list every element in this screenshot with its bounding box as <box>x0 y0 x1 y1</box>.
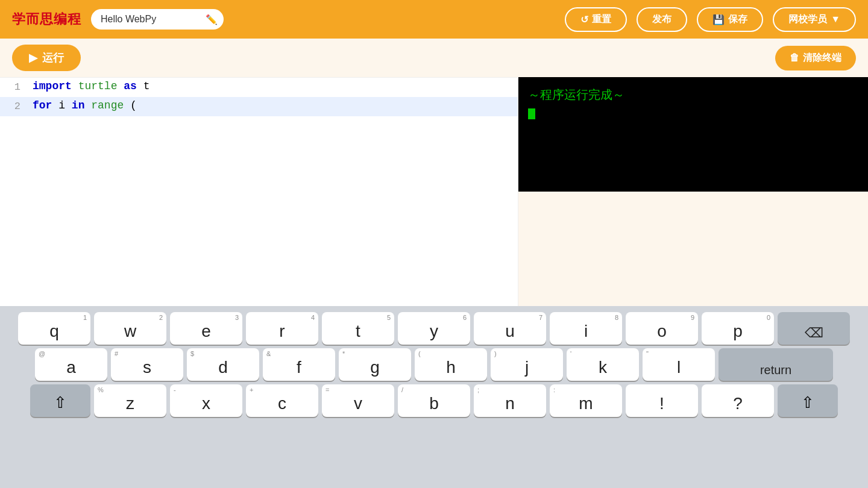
key-l[interactable]: "l <box>643 348 715 381</box>
save-button[interactable]: 💾 保存 <box>697 7 763 32</box>
clear-terminal-button[interactable]: 🗑 清除终端 <box>775 46 856 70</box>
keyword-in: in <box>72 99 85 111</box>
key-a[interactable]: @a <box>35 348 107 381</box>
reset-icon: ↺ <box>580 14 588 25</box>
key-d[interactable]: $d <box>187 348 259 381</box>
keyboard-row-1: 1q 2w 3e 4r 5t 6y 7u 8i 9o 0p ⌫ <box>5 312 863 345</box>
key-m[interactable]: :m <box>550 384 622 417</box>
user-button[interactable]: 网校学员 ▼ <box>773 7 856 32</box>
run-button[interactable]: ▶ 运行 <box>12 45 81 71</box>
code-content-1: import turtle as t <box>30 80 518 92</box>
terminal-status: ～程序运行完成～ <box>528 87 858 103</box>
code-space4: i <box>58 99 72 111</box>
project-name-wrapper: ✏️ <box>91 9 224 30</box>
header: 学而思编程 ✏️ ↺ 重置 发布 💾 保存 网校学员 ▼ <box>0 0 868 39</box>
run-label: 运行 <box>42 51 64 65</box>
key-shift-right[interactable]: ⇧ <box>778 384 838 417</box>
key-n[interactable]: ;n <box>474 384 546 417</box>
line-number-2: 2 <box>0 99 30 112</box>
code-content-2: for i in range ( <box>30 99 518 111</box>
keyboard-row-2: @a #s $d &f *g (h )j 'k "l return <box>5 348 863 381</box>
save-icon: 💾 <box>712 14 725 25</box>
key-exclaim[interactable]: ! <box>626 384 698 417</box>
key-k[interactable]: 'k <box>567 348 639 381</box>
code-range: range <box>91 99 124 111</box>
toolbar: ▶ 运行 🗑 清除终端 <box>0 39 868 77</box>
code-turtle: turtle <box>78 80 118 92</box>
keyboard-row-3: ⇧ %z -x +c =v /b ;n :m ! ? ⇧ <box>5 384 863 417</box>
key-b[interactable]: /b <box>398 384 470 417</box>
keyword-as: as <box>124 80 137 92</box>
project-name-input[interactable] <box>91 9 224 30</box>
key-i[interactable]: 8i <box>550 312 622 345</box>
save-label: 保存 <box>728 13 747 26</box>
key-p[interactable]: 0p <box>702 312 774 345</box>
key-o[interactable]: 9o <box>626 312 698 345</box>
code-paren: ( <box>130 99 137 111</box>
keyboard: 1q 2w 3e 4r 5t 6y 7u 8i 9o 0p ⌫ @a #s $d… <box>0 306 868 488</box>
logo: 学而思编程 <box>12 10 81 28</box>
key-backspace[interactable]: ⌫ <box>778 312 850 345</box>
key-w[interactable]: 2w <box>94 312 166 345</box>
play-icon: ▶ <box>29 51 37 64</box>
publish-label: 发布 <box>652 13 671 26</box>
key-t[interactable]: 5t <box>322 312 394 345</box>
key-u[interactable]: 7u <box>474 312 546 345</box>
key-z[interactable]: %z <box>94 384 166 417</box>
reset-label: 重置 <box>592 13 611 26</box>
key-shift-left[interactable]: ⇧ <box>30 384 90 417</box>
key-v[interactable]: =v <box>322 384 394 417</box>
key-j[interactable]: )j <box>491 348 563 381</box>
keyword-import: import <box>33 80 72 92</box>
key-c[interactable]: +c <box>246 384 318 417</box>
code-editor[interactable]: 1 import turtle as t 2 for i in range ( <box>0 77 518 306</box>
terminal: ～程序运行完成～ <box>518 77 868 192</box>
key-e[interactable]: 3e <box>170 312 242 345</box>
publish-button[interactable]: 发布 <box>637 7 687 32</box>
code-line-2: 2 for i in range ( <box>0 97 518 116</box>
key-g[interactable]: *g <box>339 348 411 381</box>
key-q[interactable]: 1q <box>18 312 90 345</box>
key-question[interactable]: ? <box>702 384 774 417</box>
key-return[interactable]: return <box>719 348 833 381</box>
user-label: 网校学员 <box>788 13 827 26</box>
key-f[interactable]: &f <box>263 348 335 381</box>
terminal-cursor <box>528 108 535 119</box>
key-r[interactable]: 4r <box>246 312 318 345</box>
code-space3: t <box>143 80 150 92</box>
keyword-for: for <box>33 99 52 111</box>
chevron-down-icon: ▼ <box>831 14 840 25</box>
code-line-1: 1 import turtle as t <box>0 78 518 97</box>
line-number-1: 1 <box>0 80 30 93</box>
key-s[interactable]: #s <box>111 348 183 381</box>
trash-icon: 🗑 <box>790 52 799 63</box>
key-x[interactable]: -x <box>170 384 242 417</box>
key-y[interactable]: 6y <box>398 312 470 345</box>
reset-button[interactable]: ↺ 重置 <box>565 7 627 32</box>
main-area: 1 import turtle as t 2 for i in range ( <box>0 77 868 306</box>
clear-label: 清除终端 <box>803 52 841 64</box>
key-h[interactable]: (h <box>415 348 487 381</box>
